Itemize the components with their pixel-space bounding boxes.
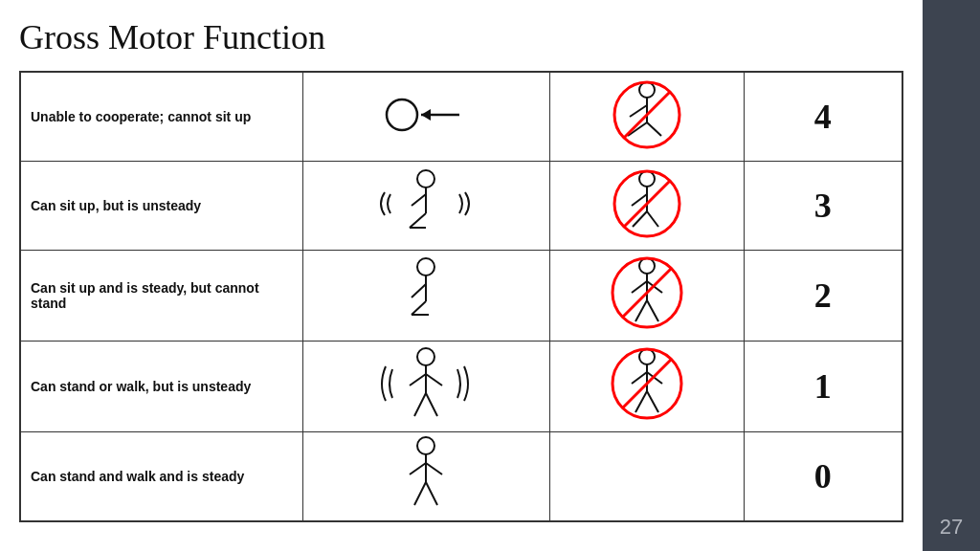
table-row: Can sit up and is steady, but cannot sta… bbox=[20, 251, 902, 342]
svg-line-38 bbox=[426, 393, 437, 416]
slide-number: 27 bbox=[940, 515, 963, 540]
table-row: Unable to cooperate; cannot sit up bbox=[20, 72, 902, 162]
svg-line-40 bbox=[426, 374, 442, 386]
row-3-icon2 bbox=[549, 251, 744, 342]
svg-line-7 bbox=[630, 105, 647, 117]
svg-point-15 bbox=[639, 171, 655, 187]
svg-line-26 bbox=[412, 284, 426, 298]
row-2-icon1 bbox=[302, 162, 549, 251]
svg-line-37 bbox=[414, 393, 426, 416]
svg-line-18 bbox=[647, 211, 658, 227]
row-4-description: Can stand or walk, but is unsteady bbox=[20, 342, 302, 432]
svg-line-39 bbox=[410, 374, 426, 386]
row-2-description: Can sit up, but is unsteady bbox=[20, 162, 302, 251]
row-5-score: 0 bbox=[744, 432, 902, 522]
svg-point-22 bbox=[417, 258, 434, 276]
svg-line-31 bbox=[632, 281, 647, 293]
svg-point-49 bbox=[417, 437, 434, 454]
svg-line-45 bbox=[632, 372, 647, 384]
svg-line-6 bbox=[647, 122, 661, 136]
svg-marker-2 bbox=[421, 109, 431, 121]
svg-point-10 bbox=[417, 170, 434, 187]
row-3-score: 2 bbox=[744, 251, 902, 342]
svg-line-53 bbox=[410, 463, 426, 474]
table-row: Can sit up, but is unsteady bbox=[20, 162, 902, 251]
main-content: Gross Motor Function Unable to cooperate… bbox=[0, 0, 923, 551]
svg-line-19 bbox=[632, 194, 647, 206]
svg-line-52 bbox=[426, 482, 437, 505]
gmf-table: Unable to cooperate; cannot sit up bbox=[19, 71, 903, 522]
svg-line-17 bbox=[633, 211, 647, 227]
table-row: Can stand or walk, but is unsteady bbox=[20, 342, 902, 432]
row-1-icon1 bbox=[302, 72, 549, 162]
svg-point-0 bbox=[387, 99, 417, 130]
row-3-icon1 bbox=[302, 251, 549, 342]
svg-line-24 bbox=[412, 301, 426, 315]
row-1-description: Unable to cooperate; cannot sit up bbox=[20, 72, 302, 162]
svg-line-44 bbox=[647, 391, 658, 412]
row-4-icon2 bbox=[549, 342, 744, 432]
svg-line-30 bbox=[647, 300, 658, 321]
row-5-icon2 bbox=[549, 432, 744, 522]
row-4-icon1 bbox=[302, 342, 549, 432]
row-2-icon2 bbox=[549, 162, 744, 251]
svg-point-35 bbox=[417, 348, 434, 365]
svg-line-14 bbox=[412, 194, 426, 206]
row-1-icon2 bbox=[549, 72, 744, 162]
svg-point-3 bbox=[639, 82, 655, 98]
page-title: Gross Motor Function bbox=[19, 17, 903, 57]
row-4-score: 1 bbox=[744, 342, 902, 432]
row-1-score: 4 bbox=[744, 72, 902, 162]
svg-point-41 bbox=[639, 349, 655, 364]
svg-line-54 bbox=[426, 463, 442, 474]
svg-line-12 bbox=[410, 213, 426, 228]
svg-line-51 bbox=[414, 482, 426, 505]
row-5-icon1 bbox=[302, 432, 549, 522]
row-5-description: Can stand and walk and is steady bbox=[20, 432, 302, 522]
table-row: Can stand and walk and is steady bbox=[20, 432, 902, 522]
svg-point-27 bbox=[639, 258, 655, 274]
sidebar: 27 bbox=[923, 0, 980, 551]
row-3-description: Can sit up and is steady, but cannot sta… bbox=[20, 251, 302, 342]
row-2-score: 3 bbox=[744, 162, 902, 251]
